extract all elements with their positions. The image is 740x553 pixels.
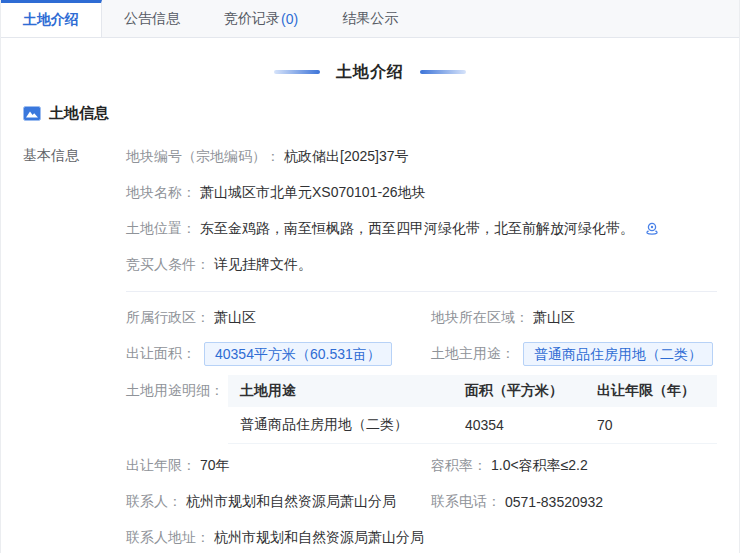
basic-info-block: 基本信息 地块编号（宗地编码）： 杭政储出[2025]37号 地块名称： 萧山城… bbox=[23, 139, 717, 553]
parcel-code-label: 地块编号（宗地编码）： bbox=[126, 148, 280, 166]
bidder-condition-value: 详见挂牌文件。 bbox=[214, 256, 312, 274]
location-value: 东至金鸡路，南至恒枫路，西至四甲河绿化带，北至前解放河绿化带。 bbox=[200, 220, 634, 238]
tab-bidding-label: 竞价记录 bbox=[224, 10, 280, 28]
transfer-area-tag: 40354平方米（60.531亩） bbox=[204, 342, 392, 366]
use-detail-label: 土地用途明细： bbox=[126, 375, 224, 400]
transfer-years-label: 出让年限： bbox=[126, 457, 196, 475]
parcel-region-label: 地块所在区域： bbox=[431, 309, 529, 327]
section-title-row: 土地介绍 bbox=[23, 61, 717, 83]
land-intro-panel: 土地介绍 土地信息 基本信息 地块编号（宗地编码）： 杭政储出[2025]37号 bbox=[1, 61, 739, 553]
transfer-years-value: 70年 bbox=[200, 457, 230, 475]
land-info-header-label: 土地信息 bbox=[49, 104, 109, 123]
field-contact: 联系人： 杭州市规划和自然资源局萧山分局 bbox=[126, 484, 431, 520]
field-contact-address: 联系人地址： 杭州市规划和自然资源局萧山分局 bbox=[126, 520, 717, 553]
row-years-ratio: 出让年限： 70年 容积率： 1.0<容积率≤2.2 bbox=[126, 448, 717, 484]
location-label: 土地位置： bbox=[126, 220, 196, 238]
field-transfer-area: 出让面积： 40354平方米（60.531亩） bbox=[126, 336, 431, 372]
field-location: 土地位置： 东至金鸡路，南至恒枫路，西至四甲河绿化带，北至前解放河绿化带。 bbox=[126, 211, 717, 247]
detail-tabbar: 土地介绍 公告信息 竞价记录(0) 结果公示 bbox=[1, 0, 739, 38]
plot-ratio-label: 容积率： bbox=[431, 457, 487, 475]
tab-result-publicity[interactable]: 结果公示 bbox=[320, 0, 420, 37]
tab-land-intro[interactable]: 土地介绍 bbox=[1, 0, 102, 37]
contact-address-label: 联系人地址： bbox=[126, 529, 210, 547]
tab-bidding-records[interactable]: 竞价记录(0) bbox=[202, 0, 320, 37]
contact-phone-label: 联系电话： bbox=[431, 493, 501, 511]
land-use-table: 土地用途 面积（平方米） 出让年限（年） 普通商品住房用地（二类） 40354 … bbox=[228, 375, 717, 444]
tab-land-intro-label: 土地介绍 bbox=[23, 11, 79, 29]
field-contact-phone: 联系电话： 0571-83520932 bbox=[431, 484, 717, 520]
basic-info-group-label: 基本信息 bbox=[23, 139, 126, 553]
title-dash-right bbox=[420, 70, 466, 74]
field-admin-district: 所属行政区： 萧山区 bbox=[126, 300, 431, 336]
field-transfer-years: 出让年限： 70年 bbox=[126, 448, 431, 484]
bidder-condition-label: 竞买人条件： bbox=[126, 256, 210, 274]
title-dash-left bbox=[274, 70, 320, 74]
page-title: 土地介绍 bbox=[336, 62, 404, 83]
use-table-header-area: 面积（平方米） bbox=[453, 375, 585, 407]
parcel-code-value: 杭政储出[2025]37号 bbox=[284, 148, 409, 166]
field-main-use: 土地主用途： 普通商品住房用地（二类） bbox=[431, 336, 717, 372]
transfer-area-label: 出让面积： bbox=[126, 345, 196, 363]
tab-announcement-label: 公告信息 bbox=[124, 10, 180, 28]
row-area-use: 出让面积： 40354平方米（60.531亩） 土地主用途： 普通商品住房用地（… bbox=[126, 336, 717, 372]
use-table-cell-area: 40354 bbox=[453, 407, 585, 444]
field-bidder-condition: 竞买人条件： 详见挂牌文件。 bbox=[126, 247, 717, 283]
bidding-records-count: (0) bbox=[281, 11, 298, 27]
land-info-header: 土地信息 bbox=[23, 103, 717, 124]
parcel-name-label: 地块名称： bbox=[126, 184, 196, 202]
use-table-header-years: 出让年限（年） bbox=[585, 375, 717, 407]
use-table-header-row: 土地用途 面积（平方米） 出让年限（年） bbox=[228, 375, 717, 407]
tab-announcement-info[interactable]: 公告信息 bbox=[102, 0, 202, 37]
contact-value: 杭州市规划和自然资源局萧山分局 bbox=[186, 493, 396, 511]
plot-ratio-value: 1.0<容积率≤2.2 bbox=[491, 457, 588, 475]
location-pin-icon[interactable] bbox=[644, 221, 660, 237]
use-table-cell-years: 70 bbox=[585, 407, 717, 444]
parcel-region-value: 萧山区 bbox=[533, 309, 575, 327]
main-use-label: 土地主用途： bbox=[431, 345, 515, 363]
use-table-row: 普通商品住房用地（二类） 40354 70 bbox=[228, 407, 717, 444]
row-contact-phone: 联系人： 杭州市规划和自然资源局萧山分局 联系电话： 0571-83520932 bbox=[126, 484, 717, 520]
parcel-name-value: 萧山城区市北单元XS070101-26地块 bbox=[200, 184, 426, 202]
use-table-header-use: 土地用途 bbox=[228, 375, 453, 407]
main-use-tag: 普通商品住房用地（二类） bbox=[523, 342, 713, 366]
tab-result-label: 结果公示 bbox=[342, 10, 398, 28]
field-parcel-name: 地块名称： 萧山城区市北单元XS070101-26地块 bbox=[126, 175, 717, 211]
land-image-icon bbox=[23, 106, 41, 121]
land-detail-page: 土地介绍 公告信息 竞价记录(0) 结果公示 土地介绍 土地信息 bbox=[0, 0, 740, 553]
basic-info-rows: 地块编号（宗地编码）： 杭政储出[2025]37号 地块名称： 萧山城区市北单元… bbox=[126, 139, 717, 553]
section-divider bbox=[126, 291, 717, 292]
field-parcel-code: 地块编号（宗地编码）： 杭政储出[2025]37号 bbox=[126, 139, 717, 175]
field-parcel-region: 地块所在区域： 萧山区 bbox=[431, 300, 717, 336]
row-use-detail: 土地用途明细： 土地用途 面积（平方米） 出让年限（年） bbox=[126, 375, 717, 444]
admin-district-value: 萧山区 bbox=[214, 309, 256, 327]
row-district-region: 所属行政区： 萧山区 地块所在区域： 萧山区 bbox=[126, 300, 717, 336]
contact-address-value: 杭州市规划和自然资源局萧山分局 bbox=[214, 529, 424, 547]
contact-phone-value: 0571-83520932 bbox=[505, 494, 603, 510]
contact-label: 联系人： bbox=[126, 493, 182, 511]
field-plot-ratio: 容积率： 1.0<容积率≤2.2 bbox=[431, 448, 717, 484]
use-table-cell-use: 普通商品住房用地（二类） bbox=[228, 407, 453, 444]
admin-district-label: 所属行政区： bbox=[126, 309, 210, 327]
